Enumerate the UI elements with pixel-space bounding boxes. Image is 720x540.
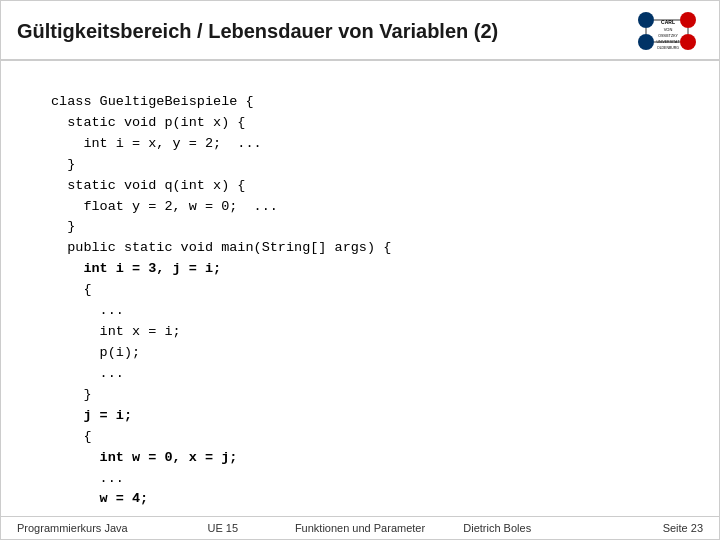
- svg-text:VON: VON: [663, 27, 672, 32]
- slide-footer: Programmierkurs Java UE 15 Funktionen un…: [1, 516, 719, 539]
- code-line-1: class GueltigeBeispiele {: [51, 94, 254, 109]
- logo-svg: CARL VON OSSIETZKY UNIVERSITÄT OLDENBURG: [636, 10, 701, 52]
- university-logo: CARL VON OSSIETZKY UNIVERSITÄT OLDENBURG: [633, 9, 703, 53]
- slide-title: Gültigkeitsbereich / Lebensdauer von Var…: [17, 20, 498, 43]
- footer-page: Seite 23: [566, 522, 703, 534]
- svg-point-2: [638, 34, 654, 50]
- code-line-8: public static void main(String[] args) {: [51, 240, 391, 255]
- code-line-16: j = i;: [51, 408, 132, 423]
- slide-content: class GueltigeBeispiele { static void p(…: [1, 61, 719, 516]
- footer-course: Programmierkurs Java: [17, 522, 154, 534]
- code-line-19: ...: [51, 471, 124, 486]
- code-line-5: static void q(int x) {: [51, 178, 245, 193]
- code-line-14: ...: [51, 366, 124, 381]
- svg-point-0: [638, 12, 654, 28]
- code-line-9: int i = 3, j = i;: [51, 261, 221, 276]
- code-line-20: w = 4;: [51, 491, 148, 506]
- svg-text:OLDENBURG: OLDENBURG: [656, 46, 678, 50]
- code-line-3: int i = x, y = 2; ...: [51, 136, 262, 151]
- footer-topic: Funktionen und Parameter: [291, 522, 428, 534]
- code-line-10: {: [51, 282, 92, 297]
- code-line-6: float y = 2, w = 0; ...: [51, 199, 278, 214]
- code-line-4: }: [51, 157, 75, 172]
- svg-point-3: [680, 34, 696, 50]
- code-block: class GueltigeBeispiele { static void p(…: [51, 71, 689, 516]
- code-line-18: int w = 0, x = j;: [51, 450, 237, 465]
- svg-text:UNIVERSITÄT: UNIVERSITÄT: [656, 40, 680, 44]
- svg-text:OSSIETZKY: OSSIETZKY: [658, 34, 678, 38]
- code-line-7: }: [51, 219, 75, 234]
- code-line-13: p(i);: [51, 345, 140, 360]
- code-line-17: {: [51, 429, 92, 444]
- code-line-2: static void p(int x) {: [51, 115, 245, 130]
- footer-unit: UE 15: [154, 522, 291, 534]
- code-line-15: }: [51, 387, 92, 402]
- code-line-11: ...: [51, 303, 124, 318]
- slide: Gültigkeitsbereich / Lebensdauer von Var…: [0, 0, 720, 540]
- code-line-12: int x = i;: [51, 324, 181, 339]
- svg-text:CARL: CARL: [661, 19, 675, 25]
- footer-author: Dietrich Boles: [429, 522, 566, 534]
- slide-header: Gültigkeitsbereich / Lebensdauer von Var…: [1, 1, 719, 61]
- svg-point-1: [680, 12, 696, 28]
